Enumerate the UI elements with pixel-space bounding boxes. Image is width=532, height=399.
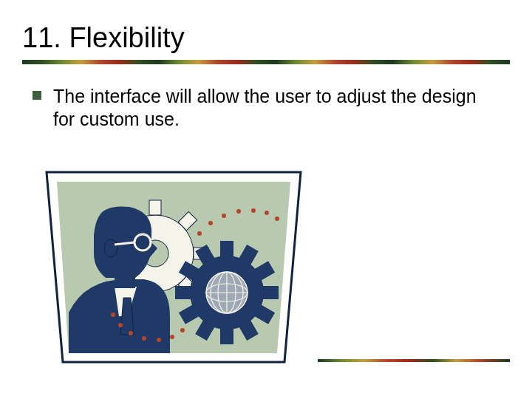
svg-point-46 bbox=[118, 323, 123, 327]
body-content: The interface will allow the user to adj… bbox=[22, 85, 510, 132]
svg-point-15 bbox=[104, 239, 117, 257]
svg-point-42 bbox=[251, 208, 256, 213]
svg-point-49 bbox=[157, 338, 161, 342]
slide-container: 11. Flexibility The interface will allow… bbox=[0, 0, 532, 399]
svg-point-47 bbox=[129, 331, 133, 335]
svg-rect-19 bbox=[220, 241, 233, 257]
svg-point-48 bbox=[142, 336, 146, 341]
svg-point-45 bbox=[111, 313, 115, 317]
bullet-icon bbox=[33, 91, 41, 100]
svg-rect-3 bbox=[149, 200, 161, 215]
svg-point-38 bbox=[197, 231, 202, 236]
svg-point-39 bbox=[208, 221, 213, 225]
svg-point-40 bbox=[222, 214, 226, 218]
svg-rect-21 bbox=[175, 286, 191, 299]
footer-accent-bar bbox=[318, 359, 510, 362]
svg-rect-22 bbox=[262, 286, 279, 299]
svg-point-50 bbox=[170, 335, 174, 339]
body-text: The interface will allow the user to adj… bbox=[53, 85, 482, 132]
title-underline-accent bbox=[22, 60, 510, 64]
svg-rect-20 bbox=[220, 328, 233, 344]
svg-point-41 bbox=[236, 209, 241, 214]
svg-point-43 bbox=[265, 211, 269, 215]
svg-point-51 bbox=[180, 328, 185, 332]
svg-point-44 bbox=[275, 216, 279, 221]
slide-title: 11. Flexibility bbox=[22, 22, 510, 54]
flexibility-illustration bbox=[41, 168, 307, 372]
